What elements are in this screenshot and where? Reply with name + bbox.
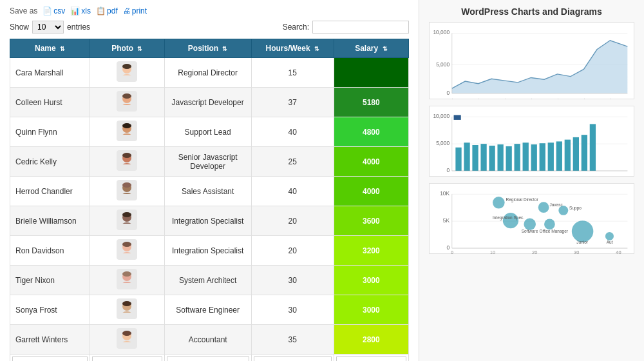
svg-text:0: 0 (446, 244, 450, 251)
cell-hours: 15 (251, 58, 334, 88)
svg-rect-82 (540, 143, 545, 171)
cell-hours: 20 (251, 236, 334, 266)
svg-text:Suppo: Suppo (569, 206, 582, 211)
cell-position: Regional Director (164, 58, 251, 88)
cell-salary: 3200 (334, 236, 408, 266)
svg-rect-89 (454, 115, 461, 119)
cell-hours: 30 (251, 266, 334, 295)
entries-select[interactable]: 10 25 50 100 (32, 21, 64, 34)
svg-text:.: . (531, 95, 533, 100)
svg-rect-78 (506, 146, 511, 171)
cell-photo (90, 177, 165, 206)
svg-text:Software: Software (522, 229, 538, 233)
col-hours[interactable]: Hours/Week ⇅ (251, 39, 334, 58)
svg-text:Office Manager: Office Manager (540, 229, 569, 234)
filter-name-input[interactable] (12, 356, 88, 361)
cell-hours: 37 (251, 88, 334, 117)
col-photo[interactable]: Photo ⇅ (90, 39, 165, 58)
svg-text:Regional Director: Regional Director (506, 197, 538, 202)
cell-photo (90, 58, 165, 88)
col-position[interactable]: Position ⇅ (164, 39, 251, 58)
cell-salary: 4000 (334, 177, 408, 206)
line-chart-svg: 10,000 5,000 0 . . . . . . (433, 26, 630, 103)
cell-salary: 4000 (334, 147, 408, 177)
svg-marker-56 (452, 41, 628, 93)
svg-rect-77 (497, 144, 503, 171)
svg-text:.: . (610, 95, 611, 100)
svg-text:20: 20 (532, 249, 537, 255)
charts-title: WordPress Charts and Diagrams (429, 6, 634, 17)
svg-text:Javasc: Javasc (549, 202, 563, 207)
save-print-link[interactable]: 🖨 print (123, 6, 147, 15)
svg-rect-75 (480, 144, 486, 171)
avatar (117, 298, 137, 319)
cell-salary: 5180 (334, 88, 408, 117)
table-row: Cara Marshall Regional Director 15 (10, 58, 409, 88)
cell-name: Sonya Frost (10, 295, 90, 325)
cell-salary: 3000 (334, 295, 408, 325)
bubble-chart-svg: 10K 5K 0 0 10 20 30 40 Regional Director (433, 187, 630, 258)
cell-photo (90, 266, 165, 295)
svg-rect-81 (531, 144, 537, 171)
sort-icon-hours: ⇅ (314, 46, 319, 52)
svg-point-103 (493, 197, 505, 209)
cell-position: Javascript Developer (164, 88, 251, 117)
cell-hours: 40 (251, 177, 334, 206)
svg-text:0: 0 (451, 249, 453, 255)
svg-text:0: 0 (446, 90, 450, 96)
filter-hours-input[interactable] (254, 356, 332, 361)
svg-rect-88 (590, 124, 596, 171)
svg-point-42 (122, 301, 131, 306)
avatar (117, 328, 137, 349)
table-row: Sonya Frost Software Engineer 30 3000 (10, 295, 409, 325)
cell-position: Integration Specialist (164, 236, 251, 266)
cell-photo (90, 236, 165, 266)
cell-name: Cedric Kelly (10, 147, 90, 177)
svg-rect-9 (120, 105, 133, 112)
bar-chart-svg: 10,000 5,000 0 (433, 110, 630, 180)
sort-icon-name: ⇅ (60, 46, 65, 52)
svg-rect-86 (573, 137, 579, 171)
cell-position: Software Engineer (164, 295, 251, 325)
cell-photo (90, 206, 165, 236)
cell-photo (90, 88, 165, 117)
svg-text:10: 10 (490, 249, 495, 255)
save-pdf-link[interactable]: 📋 pdf (96, 6, 118, 15)
svg-rect-29 (120, 224, 133, 230)
svg-text:.: . (478, 95, 480, 100)
cell-name: Ron Davidson (10, 236, 90, 266)
table-row: Ron Davidson Integration Specialist 20 3… (10, 236, 409, 266)
svg-text:10K: 10K (440, 190, 450, 197)
cell-name: Herrod Chandler (10, 177, 90, 206)
save-xls-link[interactable]: 📊 xls (70, 6, 91, 15)
svg-point-107 (558, 206, 568, 215)
svg-rect-84 (556, 141, 562, 171)
svg-text:.: . (583, 95, 585, 100)
cell-name: Tiger Nixon (10, 266, 90, 295)
avatar (117, 269, 137, 289)
filter-photo-input[interactable] (92, 356, 162, 361)
filter-salary-input[interactable] (336, 356, 406, 361)
cell-photo (90, 325, 165, 355)
save-csv-link[interactable]: 📄 csv (43, 6, 65, 15)
cell-name: Cara Marshall (10, 58, 90, 88)
svg-point-37 (122, 271, 131, 277)
filter-position-input[interactable] (167, 356, 249, 361)
svg-text:30: 30 (574, 249, 579, 255)
svg-text:5,000: 5,000 (436, 61, 450, 68)
avatar (117, 239, 137, 260)
avatar (117, 61, 137, 82)
svg-point-17 (122, 153, 131, 158)
svg-point-47 (122, 331, 131, 336)
svg-rect-34 (120, 253, 133, 260)
data-table: Name ⇅ Photo ⇅ Position ⇅ Hours/Week ⇅ S… (10, 39, 409, 361)
cell-hours: 40 (251, 117, 334, 147)
save-as-row: Save as 📄 csv 📊 xls 📋 pdf 🖨 print (10, 6, 409, 15)
svg-rect-49 (120, 342, 133, 349)
col-name[interactable]: Name ⇅ (10, 39, 90, 58)
line-chart-container: 10,000 5,000 0 . . . . . . (429, 22, 634, 99)
show-entries-control: Show 10 25 50 100 entries (10, 21, 90, 34)
col-salary[interactable]: Salary ⇅ (334, 39, 408, 58)
search-input[interactable] (312, 21, 409, 34)
search-label: Search: (283, 23, 309, 32)
